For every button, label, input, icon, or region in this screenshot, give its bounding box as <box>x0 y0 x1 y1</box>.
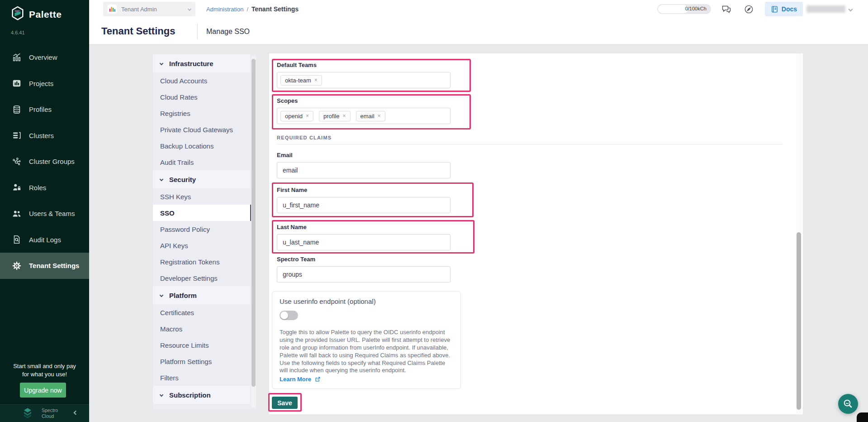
nav-section-security[interactable]: Security <box>153 170 250 188</box>
assistant-fab-button[interactable] <box>838 394 858 414</box>
nav-item-backup-locations[interactable]: Backup Locations <box>153 138 250 154</box>
scopes-input[interactable]: openid profile email <box>277 108 451 124</box>
default-teams-label: Default Teams <box>277 62 451 68</box>
save-button[interactable]: Save <box>272 397 298 409</box>
remove-tag-icon[interactable] <box>342 113 346 119</box>
email-field: Email <box>277 152 451 178</box>
user-menu-name-redacted[interactable] <box>806 5 845 13</box>
nav-item-filters[interactable]: Filters <box>153 369 250 386</box>
top-header: Tenant Admin Administration / Tenant Set… <box>89 0 868 44</box>
userinfo-description: Toggle this to allow Palette to query th… <box>280 329 454 374</box>
nav-section-platform[interactable]: Platform <box>153 286 250 304</box>
remove-tag-icon[interactable] <box>306 113 309 119</box>
nav-item-certificates[interactable]: Certificates <box>153 304 250 321</box>
spectro-team-label: Spectro Team <box>277 256 451 263</box>
scrollbar-thumb[interactable] <box>251 59 256 387</box>
sidebar-item-audit-logs[interactable]: Audit Logs <box>0 227 89 253</box>
roles-icon <box>12 182 22 192</box>
spectro-team-field: Spectro Team <box>277 256 451 283</box>
sidebar-item-label: Audit Logs <box>29 236 61 244</box>
chevron-down-icon <box>160 177 163 181</box>
user-menu-chevron-icon[interactable] <box>849 7 853 11</box>
palette-logo: Palette <box>10 5 62 24</box>
tag-chip: profile <box>319 111 350 121</box>
sidebar-item-projects[interactable]: Projects <box>0 71 89 97</box>
collapse-sidebar-icon[interactable] <box>74 411 78 415</box>
nav-item-api-keys[interactable]: API Keys <box>153 237 250 254</box>
clusters-icon <box>12 130 22 140</box>
compass-icon <box>744 4 754 14</box>
remove-tag-icon[interactable] <box>314 77 318 83</box>
overview-icon <box>12 53 22 62</box>
magnifier-smile-icon <box>843 398 854 409</box>
tenant-admin-icon <box>108 5 117 14</box>
nav-item-developer-settings[interactable]: Developer Settings <box>153 270 250 286</box>
usage-quota-pill: 0/100kCh <box>657 4 711 14</box>
nav-item-registries[interactable]: Registries <box>153 105 250 121</box>
nav-item-macros[interactable]: Macros <box>153 321 250 337</box>
app-sidebar: Palette 4.6.41 Overview Projects <box>0 0 89 422</box>
spectro-team-input[interactable] <box>277 266 451 283</box>
userinfo-toggle-off[interactable] <box>280 311 298 320</box>
feedback-chat-button[interactable] <box>721 4 732 14</box>
docs-button[interactable]: Docs <box>765 2 803 16</box>
app-version: 4.6.41 <box>11 30 25 35</box>
breadcrumb-administration[interactable]: Administration <box>206 6 243 13</box>
nav-item-ssh-keys[interactable]: SSH Keys <box>153 188 250 205</box>
explore-help-button[interactable] <box>744 4 754 14</box>
nav-item-registration-tokens[interactable]: Registration Tokens <box>153 254 250 270</box>
first-name-field: First Name <box>277 187 451 213</box>
screen-corner-overlay <box>857 412 868 422</box>
tag-chip: okta-team <box>280 75 322 86</box>
required-claims-heading: REQUIRED CLAIMS <box>277 135 332 140</box>
app-window: Palette 4.6.41 Overview Projects <box>0 0 868 422</box>
title-divider <box>197 24 198 39</box>
page-title: Tenant Settings <box>101 25 175 37</box>
userinfo-endpoint-card: Use userinfo endpoint (optional) Toggle … <box>272 291 461 389</box>
email-input[interactable] <box>277 162 451 178</box>
nav-item-private-cloud-gateways[interactable]: Private Cloud Gateways <box>153 121 250 138</box>
sidebar-item-users-teams[interactable]: Users & Teams <box>0 201 89 227</box>
last-name-input[interactable] <box>277 234 451 250</box>
settings-nav-scrollbar[interactable] <box>251 56 256 408</box>
nav-section-subscription[interactable]: Subscription <box>153 386 250 404</box>
chevron-down-icon <box>160 393 163 397</box>
sidebar-item-label: Overview <box>29 53 57 61</box>
default-teams-input[interactable]: okta-team <box>277 72 451 88</box>
nav-item-cloud-accounts[interactable]: Cloud Accounts <box>153 72 250 89</box>
first-name-input[interactable] <box>277 197 451 213</box>
tag-chip: email <box>356 111 385 121</box>
settings-nav-panel: Infrastructure Cloud Accounts Cloud Rate… <box>153 54 256 410</box>
sidebar-nav: Overview Projects Profiles <box>0 44 89 279</box>
project-scope-selector[interactable]: Tenant Admin <box>103 2 195 16</box>
docs-label: Docs <box>782 5 797 13</box>
nav-item-password-policy[interactable]: Password Policy <box>153 221 250 237</box>
upgrade-now-button[interactable]: Upgrade now <box>20 383 66 398</box>
tag-chip: openid <box>280 111 313 121</box>
scrollbar-thumb[interactable] <box>797 232 801 410</box>
nav-item-resource-limits[interactable]: Resource Limits <box>153 337 250 353</box>
main-scrollbar[interactable] <box>796 53 802 414</box>
scope-selector-value: Tenant Admin <box>121 6 184 13</box>
nav-item-sso[interactable]: SSO <box>153 205 250 221</box>
sidebar-item-profiles[interactable]: Profiles <box>0 96 89 123</box>
nav-item-platform-settings[interactable]: Platform Settings <box>153 353 250 369</box>
sidebar-item-tenant-settings[interactable]: Tenant Settings <box>0 253 89 279</box>
scopes-field: Scopes openid profile email <box>277 97 451 124</box>
palette-logo-icon <box>10 5 25 24</box>
spectro-cloud-logo <box>21 407 34 420</box>
sidebar-item-overview[interactable]: Overview <box>0 44 89 71</box>
nav-section-infrastructure[interactable]: Infrastructure <box>153 54 250 72</box>
chevron-down-icon <box>188 7 191 11</box>
tab-manage-sso[interactable]: Manage SSO <box>206 28 250 36</box>
sidebar-item-roles[interactable]: Roles <box>0 175 89 201</box>
sidebar-item-cluster-groups[interactable]: Cluster Groups <box>0 149 89 175</box>
nav-item-cloud-rates[interactable]: Cloud Rates <box>153 89 250 105</box>
sidebar-item-label: Roles <box>29 184 46 192</box>
sidebar-item-clusters[interactable]: Clusters <box>0 123 89 149</box>
section-divider <box>277 144 783 144</box>
remove-tag-icon[interactable] <box>378 113 381 119</box>
email-label: Email <box>277 152 451 158</box>
learn-more-link[interactable]: Learn More <box>280 376 321 383</box>
nav-item-audit-trails[interactable]: Audit Trails <box>153 154 250 170</box>
